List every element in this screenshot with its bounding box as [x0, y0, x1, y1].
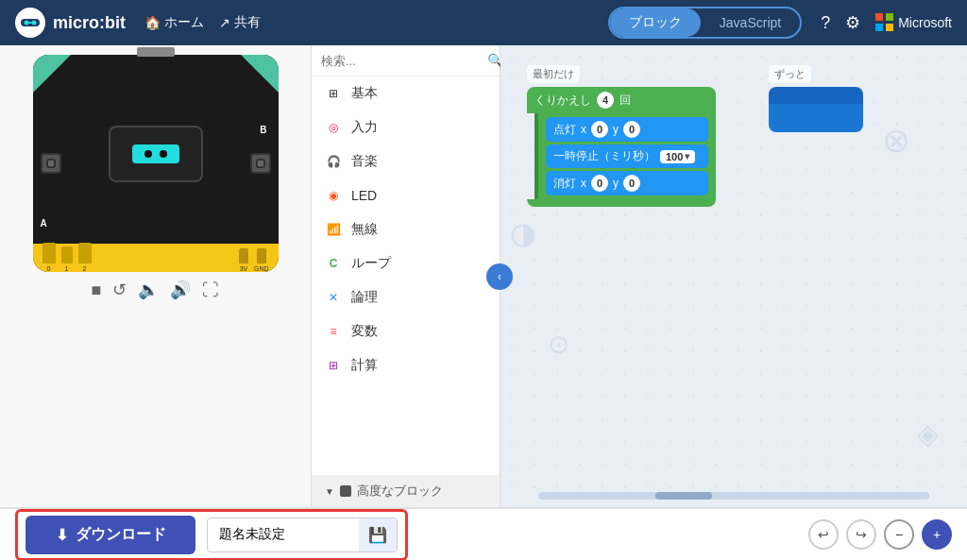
- microbit-screen: [109, 126, 203, 182]
- project-name-input[interactable]: [208, 519, 359, 550]
- collapse-panel-button[interactable]: ‹: [486, 263, 513, 290]
- loop-body: 点灯 x 0 y 0 一時停止（ミリ秒） 100 ▾ 消灯: [534, 113, 716, 199]
- cat-math[interactable]: ⊞ 計算: [312, 348, 500, 382]
- mb-pins: 0 1 2 3V: [33, 244, 279, 272]
- svg-rect-5: [48, 161, 54, 166]
- mute-button[interactable]: 🔈: [138, 280, 159, 300]
- cat-loop[interactable]: C ループ: [312, 246, 500, 280]
- face-display: [132, 144, 179, 163]
- loop-unit: 回: [619, 93, 631, 109]
- cat-logic[interactable]: ✕ 論理: [312, 280, 500, 314]
- on-start-group: 最初だけ くりかえし 4 回 点灯 x 0 y 0 一時停止（ミリ秒）: [527, 64, 716, 207]
- zoom-out-button[interactable]: −: [884, 519, 914, 550]
- share-icon: ↗: [219, 15, 230, 30]
- x-label: x: [581, 123, 586, 136]
- redo-button[interactable]: ↪: [846, 519, 876, 550]
- wireless-icon: 📶: [325, 221, 342, 238]
- nav-home[interactable]: 🏠 ホーム: [144, 14, 204, 31]
- nav-share[interactable]: ↗ 共有: [219, 14, 261, 31]
- download-label: ダウンロード: [76, 525, 166, 545]
- pause-label: 一時停止（ミリ秒）: [553, 148, 655, 164]
- help-icon[interactable]: ?: [821, 13, 830, 33]
- cat-basic[interactable]: ⊞ 基本: [312, 76, 500, 110]
- pause-value[interactable]: 100 ▾: [660, 150, 695, 163]
- y2-value[interactable]: 0: [623, 175, 640, 192]
- ms-squares-icon: [875, 13, 894, 32]
- microbit-device: B A 0 1: [33, 55, 279, 272]
- face-dot-left: [144, 150, 152, 158]
- y-value[interactable]: 0: [623, 121, 640, 138]
- tab-group: ブロック JavaScript: [608, 7, 802, 39]
- cat-wireless[interactable]: 📶 無線: [312, 212, 500, 246]
- pause-block[interactable]: 一時停止（ミリ秒） 100 ▾: [546, 144, 708, 168]
- download-icon: ⬇: [56, 526, 68, 544]
- footer-right: ↩ ↪ − +: [808, 519, 952, 550]
- download-button[interactable]: ⬇ ダウンロード: [25, 516, 195, 554]
- loop-label: くりかえし: [534, 93, 591, 109]
- svg-rect-3: [28, 22, 32, 24]
- logic-icon: ✕: [325, 289, 342, 306]
- fullscreen-button[interactable]: ⛶: [202, 280, 219, 300]
- corner-tl: [33, 55, 71, 93]
- home-icon: 🏠: [144, 15, 161, 30]
- advanced-icon: [340, 485, 351, 497]
- cat-input[interactable]: ◎ 入力: [312, 110, 500, 144]
- header: micro:bit 🏠 ホーム ↗ 共有 ブロック JavaScript ? ⚙…: [0, 0, 967, 45]
- main-content: B A 0 1: [0, 45, 967, 507]
- advanced-section[interactable]: ▼ 高度なブロック: [312, 475, 500, 507]
- forever-block-body[interactable]: [769, 104, 863, 132]
- cat-music[interactable]: 🎧 音楽: [312, 144, 500, 178]
- button-b[interactable]: [250, 153, 271, 174]
- footer: ⬇ ダウンロード 💾 ↩ ↪ − +: [0, 507, 967, 560]
- workspace[interactable]: ⊡ ◑ ⊙ ⊗ ◈ 最初だけ くりかえし 4 回 点灯 x 0 y 0: [500, 45, 967, 507]
- usb-port: [137, 47, 175, 57]
- save-icon[interactable]: 💾: [359, 518, 397, 552]
- x-value[interactable]: 0: [591, 121, 608, 138]
- advanced-arrow-icon: ▼: [325, 486, 334, 497]
- x2-label: x: [581, 177, 586, 190]
- light-on-block[interactable]: 点灯 x 0 y 0: [546, 117, 708, 142]
- header-nav: 🏠 ホーム ↗ 共有: [144, 14, 589, 31]
- workspace-scrollbar-thumb[interactable]: [655, 492, 712, 500]
- y-label: y: [613, 123, 619, 136]
- basic-icon: ⊞: [325, 85, 342, 102]
- settings-icon[interactable]: ⚙: [845, 12, 860, 33]
- music-icon: 🎧: [325, 153, 342, 170]
- x2-value[interactable]: 0: [591, 175, 608, 192]
- cat-variables[interactable]: ≡ 変数: [312, 314, 500, 348]
- speaker-button[interactable]: 🔊: [170, 280, 191, 300]
- tab-javascript[interactable]: JavaScript: [701, 8, 800, 37]
- loop-icon: C: [325, 255, 342, 272]
- variables-icon: ≡: [325, 323, 342, 340]
- sim-controls: ■ ↺ 🔈 🔊 ⛶: [92, 280, 220, 300]
- header-right: ? ⚙ Microsoft: [821, 12, 952, 33]
- undo-button[interactable]: ↩: [808, 519, 839, 550]
- light-off-label: 消灯: [553, 176, 576, 192]
- y2-label: y: [613, 177, 619, 190]
- light-off-block[interactable]: 消灯 x 0 y 0: [546, 171, 708, 195]
- forever-notch: [778, 91, 797, 100]
- tab-blocks[interactable]: ブロック: [610, 8, 701, 37]
- workspace-scrollbar[interactable]: [538, 492, 929, 500]
- forever-block-header[interactable]: [769, 87, 863, 104]
- loop-count-val[interactable]: 4: [597, 92, 614, 109]
- face-dots: [144, 150, 167, 158]
- loop-block[interactable]: くりかえし 4 回: [527, 87, 716, 113]
- button-a-label: A: [41, 218, 47, 229]
- forever-group: ずっと: [769, 64, 863, 132]
- stop-button[interactable]: ■: [92, 280, 102, 300]
- search-input[interactable]: [321, 54, 480, 68]
- logo-text: micro:bit: [53, 13, 126, 33]
- svg-point-2: [32, 21, 37, 25]
- face-dot-right: [160, 150, 167, 158]
- button-a[interactable]: [41, 153, 61, 174]
- restart-button[interactable]: ↺: [112, 280, 127, 300]
- pause-dropdown-arrow[interactable]: ▾: [685, 151, 689, 161]
- light-on-label: 点灯: [553, 122, 576, 138]
- loop-footer: [527, 199, 716, 207]
- logo[interactable]: micro:bit: [15, 8, 126, 38]
- svg-point-1: [25, 21, 29, 25]
- button-b-label: B: [260, 125, 266, 135]
- zoom-in-button[interactable]: +: [922, 519, 952, 550]
- cat-led[interactable]: ◉ LED: [312, 178, 500, 212]
